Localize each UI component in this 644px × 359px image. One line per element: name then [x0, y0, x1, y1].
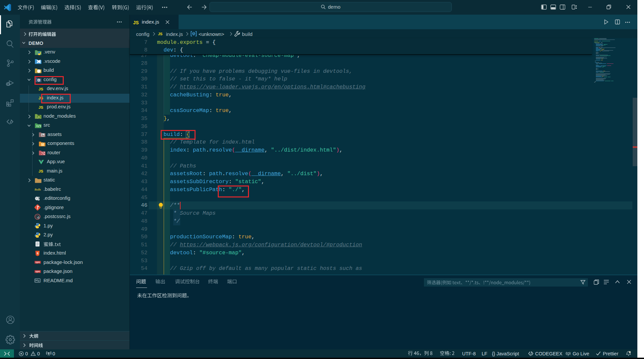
svg-text:JS: JS [39, 105, 43, 109]
svg-text:js: js [38, 115, 40, 118]
svg-text:5: 5 [37, 252, 39, 255]
svg-text:JS: JS [39, 169, 43, 173]
svg-text:BaBeL: BaBeL [34, 188, 41, 191]
svg-text:JS: JS [39, 87, 43, 91]
svg-text:npm: npm [35, 261, 40, 264]
svg-text:npm: npm [35, 270, 40, 273]
svg-text:JS: JS [133, 20, 139, 25]
svg-text:JS: JS [158, 32, 162, 36]
